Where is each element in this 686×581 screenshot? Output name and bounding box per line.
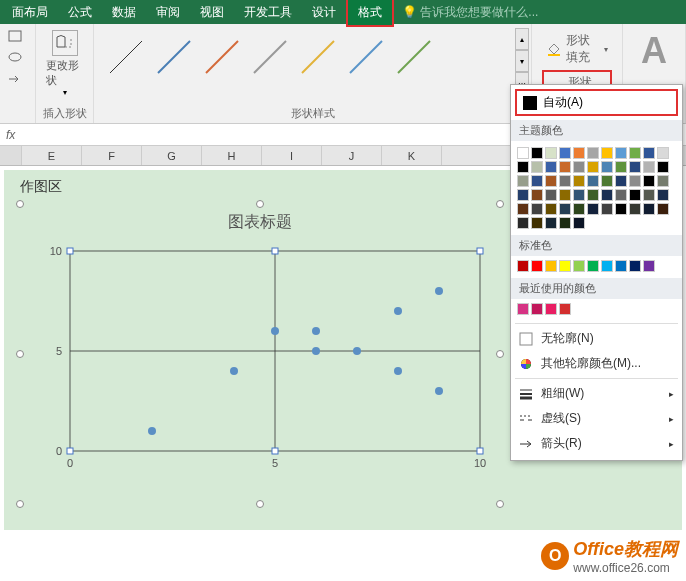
wordart-style-a[interactable]: A — [629, 26, 679, 76]
color-swatch[interactable] — [559, 260, 571, 272]
color-swatch[interactable] — [643, 203, 655, 215]
color-swatch[interactable] — [545, 161, 557, 173]
chart-title[interactable]: 图表标题 — [20, 204, 500, 241]
color-swatch[interactable] — [643, 260, 655, 272]
color-swatch[interactable] — [643, 161, 655, 173]
color-swatch[interactable] — [517, 217, 529, 229]
color-swatch[interactable] — [517, 203, 529, 215]
color-swatch[interactable] — [601, 260, 613, 272]
color-swatch[interactable] — [559, 147, 571, 159]
color-swatch[interactable] — [629, 147, 641, 159]
color-swatch[interactable] — [559, 217, 571, 229]
color-swatch[interactable] — [531, 217, 543, 229]
tab-design[interactable]: 设计 — [302, 0, 346, 25]
tab-dev[interactable]: 开发工具 — [234, 0, 302, 25]
color-swatch[interactable] — [573, 260, 585, 272]
color-swatch[interactable] — [629, 175, 641, 187]
color-swatch[interactable] — [559, 303, 571, 315]
color-swatch[interactable] — [587, 260, 599, 272]
color-swatch[interactable] — [629, 189, 641, 201]
column-header[interactable]: G — [142, 146, 202, 165]
color-swatch[interactable] — [573, 189, 585, 201]
weight-item[interactable]: 粗细(W)▸ — [511, 381, 682, 406]
dashes-item[interactable]: 虚线(S)▸ — [511, 406, 682, 431]
color-swatch[interactable] — [517, 175, 529, 187]
color-swatch[interactable] — [615, 203, 627, 215]
column-header[interactable]: I — [262, 146, 322, 165]
color-swatch[interactable] — [559, 175, 571, 187]
color-swatch[interactable] — [629, 203, 641, 215]
color-swatch[interactable] — [657, 175, 669, 187]
gallery-scroll-down[interactable]: ▾ — [515, 50, 529, 72]
more-colors-item[interactable]: 其他轮廓颜色(M)... — [511, 351, 682, 376]
column-header[interactable]: K — [382, 146, 442, 165]
chart-container[interactable]: 图表标题 05100510 — [20, 204, 500, 504]
color-swatch[interactable] — [559, 203, 571, 215]
color-swatch[interactable] — [587, 161, 599, 173]
no-outline-item[interactable]: 无轮廓(N) — [511, 326, 682, 351]
color-swatch[interactable] — [545, 203, 557, 215]
tab-view[interactable]: 视图 — [190, 0, 234, 25]
color-swatch[interactable] — [573, 147, 585, 159]
color-swatch[interactable] — [517, 189, 529, 201]
column-header[interactable]: E — [22, 146, 82, 165]
color-swatch[interactable] — [573, 203, 585, 215]
column-header[interactable]: H — [202, 146, 262, 165]
color-swatch[interactable] — [615, 147, 627, 159]
auto-color-item[interactable]: 自动(A) — [515, 89, 678, 116]
color-swatch[interactable] — [559, 161, 571, 173]
color-swatch[interactable] — [657, 203, 669, 215]
color-swatch[interactable] — [531, 147, 543, 159]
edit-shape-button[interactable]: 更改形状 ▾ — [42, 26, 87, 101]
color-swatch[interactable] — [545, 147, 557, 159]
oval-icon[interactable] — [8, 52, 22, 66]
column-header[interactable]: F — [82, 146, 142, 165]
shape-fill-button[interactable]: 形状填充▾ — [542, 30, 612, 68]
color-swatch[interactable] — [601, 189, 613, 201]
tab-layout[interactable]: 面布局 — [2, 0, 58, 25]
color-swatch[interactable] — [601, 175, 613, 187]
color-swatch[interactable] — [615, 175, 627, 187]
color-swatch[interactable] — [643, 175, 655, 187]
tab-review[interactable]: 审阅 — [146, 0, 190, 25]
textbox-icon[interactable] — [8, 30, 22, 44]
color-swatch[interactable] — [517, 303, 529, 315]
arrow-icon[interactable] — [8, 74, 22, 88]
color-swatch[interactable] — [601, 147, 613, 159]
tab-format[interactable]: 格式 — [346, 0, 394, 27]
color-swatch[interactable] — [545, 189, 557, 201]
color-swatch[interactable] — [517, 260, 529, 272]
color-swatch[interactable] — [587, 203, 599, 215]
tab-data[interactable]: 数据 — [102, 0, 146, 25]
color-swatch[interactable] — [531, 303, 543, 315]
color-swatch[interactable] — [615, 189, 627, 201]
color-swatch[interactable] — [573, 217, 585, 229]
color-swatch[interactable] — [587, 175, 599, 187]
tab-formula[interactable]: 公式 — [58, 0, 102, 25]
color-swatch[interactable] — [643, 147, 655, 159]
color-swatch[interactable] — [657, 147, 669, 159]
column-header[interactable] — [0, 146, 22, 165]
tellme-prompt[interactable]: 💡 告诉我您想要做什么... — [402, 4, 538, 21]
color-swatch[interactable] — [531, 203, 543, 215]
color-swatch[interactable] — [517, 161, 529, 173]
scatter-chart[interactable]: 05100510 — [20, 241, 500, 481]
line-style-gallery[interactable] — [100, 26, 525, 109]
color-swatch[interactable] — [517, 147, 529, 159]
gallery-scroll-up[interactable]: ▴ — [515, 28, 529, 50]
color-swatch[interactable] — [601, 203, 613, 215]
color-swatch[interactable] — [629, 260, 641, 272]
color-swatch[interactable] — [587, 147, 599, 159]
color-swatch[interactable] — [615, 260, 627, 272]
color-swatch[interactable] — [545, 260, 557, 272]
color-swatch[interactable] — [573, 175, 585, 187]
color-swatch[interactable] — [531, 175, 543, 187]
color-swatch[interactable] — [657, 161, 669, 173]
color-swatch[interactable] — [573, 161, 585, 173]
color-swatch[interactable] — [531, 260, 543, 272]
color-swatch[interactable] — [531, 161, 543, 173]
color-swatch[interactable] — [601, 161, 613, 173]
arrows-item[interactable]: 箭头(R)▸ — [511, 431, 682, 456]
color-swatch[interactable] — [559, 189, 571, 201]
color-swatch[interactable] — [587, 189, 599, 201]
